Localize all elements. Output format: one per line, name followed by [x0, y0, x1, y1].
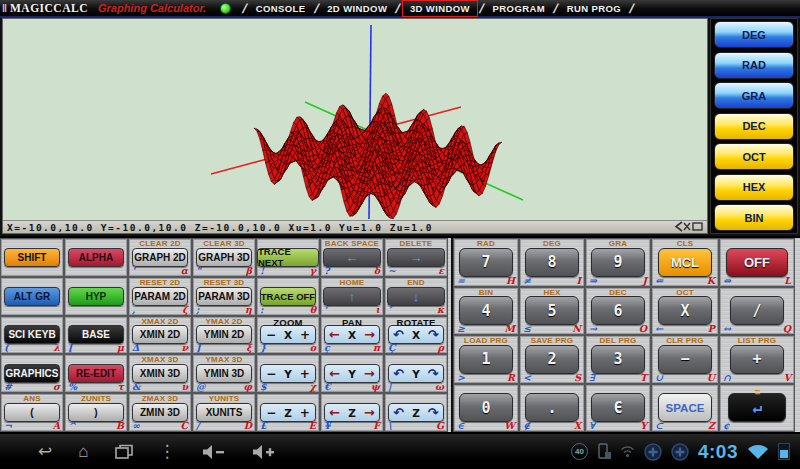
- key-6[interactable]: 6: [591, 296, 645, 325]
- tab-console[interactable]: CONSOLE: [249, 1, 313, 16]
- key-cell: −Z+£E: [256, 393, 320, 432]
- mode-button-hex[interactable]: HEX: [714, 174, 794, 201]
- key-top-label: CLEAR 3D: [193, 239, 255, 248]
- volume-down-icon[interactable]: [202, 444, 226, 460]
- key-sub-left: ^: [68, 420, 76, 431]
- key-5[interactable]: 5: [525, 296, 579, 325]
- device-status-icon: [597, 443, 611, 460]
- key-top-label: DEC: [586, 288, 650, 297]
- clock[interactable]: 4:03: [698, 441, 738, 463]
- key-sub-right: U: [707, 372, 715, 383]
- key-plus[interactable]: +: [730, 345, 784, 374]
- mode-button-bin[interactable]: BIN: [714, 204, 794, 231]
- key-exp[interactable]: Є: [591, 393, 645, 422]
- key-alpha[interactable]: ALPHA: [68, 248, 124, 267]
- home-icon[interactable]: ⌂: [78, 443, 88, 460]
- key-top-label: LIST PRG: [720, 336, 794, 345]
- key-sub-left: Ç: [388, 342, 396, 353]
- key-hyp[interactable]: HYP: [68, 287, 124, 306]
- keyboard-left-block: SHIFTALPHACLEAR 2DGRAPH 2D'αCLEAR 3DGRAP…: [0, 238, 256, 432]
- hide-keyboard-icon[interactable]: [674, 221, 704, 232]
- key-sub-right: ι: [375, 304, 380, 315]
- key-3[interactable]: 3: [591, 345, 645, 374]
- key-sub-right: O: [639, 323, 647, 334]
- recents-icon[interactable]: [115, 444, 133, 460]
- key-0[interactable]: 0: [459, 393, 513, 422]
- key-cell: −Y+$χ: [256, 354, 320, 393]
- key-cell: ZOOM−X+}ο: [256, 316, 320, 355]
- key-cell: RESET 3DPARAM 3D;η: [192, 277, 256, 316]
- key-sub-labels: £E: [260, 420, 316, 431]
- key-cell: Є∀Y: [585, 384, 651, 433]
- key-minus[interactable]: −: [658, 345, 712, 374]
- mode-button-oct[interactable]: OCT: [714, 143, 794, 170]
- key-sub-left: ‘: [324, 304, 327, 315]
- key-dot[interactable]: .: [525, 393, 579, 422]
- tab-2d-window[interactable]: 2D WINDOW: [320, 1, 394, 16]
- back-icon[interactable]: ↩: [38, 443, 52, 460]
- key-sub-left: ≥: [457, 323, 465, 334]
- key-8[interactable]: 8: [525, 248, 579, 277]
- key-sub-left: @: [196, 381, 206, 392]
- menu-icon[interactable]: ⋮: [159, 443, 176, 460]
- notification-plus-icon-2: [671, 443, 689, 461]
- key-cell: SCI KEYB(λ: [0, 316, 64, 355]
- key-cell: HYP: [64, 277, 128, 316]
- mode-button-deg[interactable]: DEG: [714, 21, 794, 48]
- key-off[interactable]: OFF: [726, 248, 788, 277]
- mode-button-dec[interactable]: DEC: [714, 113, 794, 140]
- plot-3d-canvas[interactable]: [3, 19, 707, 220]
- key-top-label: =: [720, 387, 794, 398]
- key-sub-labels: ’κ: [388, 304, 444, 315]
- key-sub-left: ∉: [523, 420, 530, 431]
- key-cell: LOAD PRG1>R: [453, 335, 519, 384]
- tab-run-prog[interactable]: RUN PROG: [560, 1, 628, 16]
- key-sub-right: B: [116, 420, 124, 431]
- key-sub-labels: ∉X: [523, 420, 581, 431]
- key-2[interactable]: 2: [525, 345, 579, 374]
- key-cell: =↵¢: [719, 384, 795, 433]
- key-shift[interactable]: SHIFT: [4, 248, 60, 267]
- key-9[interactable]: 9: [591, 248, 645, 277]
- key-7[interactable]: 7: [459, 248, 513, 277]
- key-top-label: ANS: [1, 394, 63, 403]
- key-sub-labels: #σ: [4, 381, 60, 392]
- key-sub-right: α: [181, 265, 188, 276]
- key-sub-right: W: [504, 420, 515, 431]
- key-sub-left: \: [388, 420, 391, 431]
- key-top-label: END: [385, 278, 447, 287]
- key-sub-right: σ: [53, 381, 60, 392]
- key-sub-right: γ: [310, 265, 316, 276]
- key-divide[interactable]: /: [730, 296, 784, 325]
- key-4[interactable]: 4: [459, 296, 513, 325]
- key-sub-right: I: [577, 275, 581, 286]
- key-1[interactable]: 1: [459, 345, 513, 374]
- mode-button-rad[interactable]: RAD: [714, 52, 794, 79]
- grip-icon: ‖: [2, 3, 6, 14]
- key-cell: RESET 2DPARAM 2D,ζ: [128, 277, 192, 316]
- key-sub-right: N: [572, 323, 581, 334]
- key-cell: YMAX 2DYMIN 2D]ξ: [192, 316, 256, 355]
- top-bar: ‖ MAGICCALC Graphing Calculator. /CONSOL…: [0, 0, 800, 18]
- wifi-icon[interactable]: [747, 443, 769, 461]
- tab-program[interactable]: PROGRAM: [486, 1, 552, 16]
- key-sub-left: ∀: [589, 420, 595, 431]
- key-sub-left: [: [68, 342, 73, 353]
- key-top-label: CLEAR 2D: [129, 239, 191, 248]
- key-alt-gr[interactable]: ALT GR: [4, 287, 60, 306]
- key-sub-left: ¬: [4, 420, 12, 431]
- key-space[interactable]: SPACE: [658, 393, 712, 422]
- key-mcl[interactable]: MCL: [658, 248, 712, 277]
- key-sub-labels: <S: [523, 372, 581, 383]
- volume-up-icon[interactable]: [252, 444, 276, 460]
- tab-3d-window[interactable]: 3D WINDOW: [402, 0, 478, 17]
- key-enter[interactable]: ↵: [728, 393, 786, 422]
- mode-button-gra[interactable]: GRA: [714, 82, 794, 109]
- key-sub-right: λ: [53, 342, 60, 353]
- key-multiply-x[interactable]: X: [658, 296, 712, 325]
- key-sub-right: ν: [181, 342, 188, 353]
- key-cell: DEG8≠I: [519, 238, 585, 287]
- key-sub-left: ∆: [132, 342, 139, 353]
- key-sub-right: M: [504, 323, 515, 334]
- key-sub-labels: ←P: [655, 323, 715, 334]
